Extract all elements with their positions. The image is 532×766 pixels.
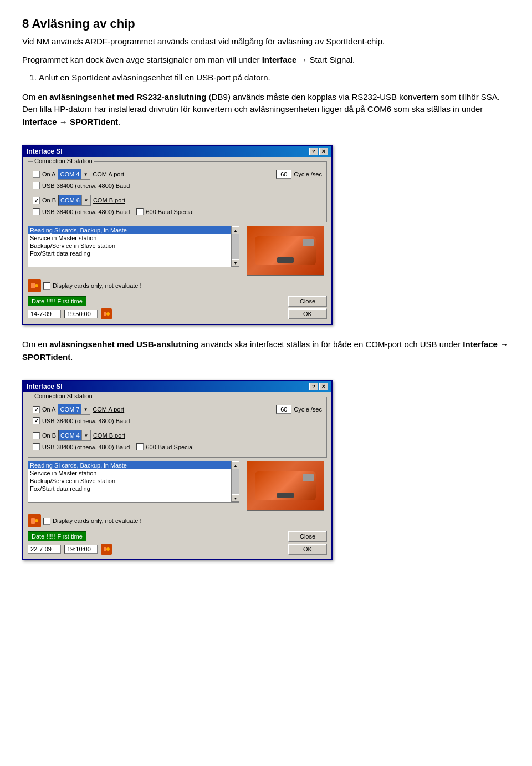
date-value-1[interactable]: 14-7-09 <box>28 310 61 318</box>
dialog-2-titlebar-buttons: ? ✕ <box>309 383 328 390</box>
dialog-2-body: Connection SI station On A COM 7 ▼ COM A… <box>23 392 331 559</box>
label-usb-b-2: USB 38400 (otherw. 4800) Baud <box>42 444 130 450</box>
icon-img-2 <box>28 514 41 527</box>
scroll-down-1[interactable]: ▼ <box>232 259 239 267</box>
cycle-label-1: Cycle /sec <box>294 171 322 177</box>
close-x-button-1[interactable]: ✕ <box>319 148 328 155</box>
listbox-item-1-3[interactable]: Fox/Start data reading <box>28 250 231 257</box>
checkbox-on-a-2[interactable] <box>33 406 40 413</box>
label-com-b-port-1: COM B port <box>93 197 125 204</box>
groupbox-1-inner: On A COM 4 ▼ COM A port 60 Cycle /sec <box>33 169 322 215</box>
dialog-1-right <box>244 226 327 276</box>
listbox-item-2-1[interactable]: Service in Master station <box>28 469 231 477</box>
svg-point-11 <box>106 547 110 551</box>
label-special-b-1: 600 Baud Special <box>146 209 193 215</box>
scrollbar-2[interactable]: ▲ ▼ <box>232 461 239 503</box>
device-image-inner-1 <box>247 226 324 275</box>
datetime-values-row-2: 22-7-09 19:10:00 OK <box>28 544 327 555</box>
checkbox-on-b-1[interactable] <box>33 197 40 204</box>
paragraph-1: Vid NM används ARDF-programmet används e… <box>22 35 510 48</box>
date-bar-1: Date !!!!! First time <box>28 296 86 306</box>
scroll-down-2[interactable]: ▼ <box>232 494 239 502</box>
time-value-2[interactable]: 19:10:00 <box>64 545 98 554</box>
close-x-button-2[interactable]: ✕ <box>319 383 328 390</box>
para4-bold3: SPORTident <box>22 352 70 362</box>
label-com-a-port-1: COM A port <box>93 171 124 177</box>
icon-img-small-2 <box>101 544 112 555</box>
time-value-1[interactable]: 19:50:00 <box>64 310 98 318</box>
groupbox-2-title: Connection SI station <box>33 393 94 399</box>
svg-point-8 <box>35 519 38 522</box>
checkbox-display-2[interactable] <box>43 518 50 525</box>
dialog-1-left: Reading SI cards, Backup, in Maste Servi… <box>28 226 239 276</box>
dropdown-com-a-1-arrow[interactable]: ▼ <box>81 169 90 179</box>
dialog-1-wrapper: Interface SI ? ✕ Connection SI station O… <box>22 145 332 325</box>
label-on-b-2: On B <box>42 432 56 439</box>
label-display-1: Display cards only, not evaluate ! <box>53 282 142 289</box>
para3-arrow2: → <box>59 117 68 126</box>
label-com-b-port-2: COM B port <box>93 432 125 439</box>
checkbox-on-a-1[interactable] <box>33 171 40 178</box>
scroll-up-2[interactable]: ▲ <box>232 461 239 469</box>
label-com-a-port-2: COM A port <box>93 406 124 413</box>
dropdown-com-a-1[interactable]: COM 4 ▼ <box>58 169 90 180</box>
listbox-item-1-1[interactable]: Service in Master station <box>28 234 231 242</box>
ok-button-2[interactable]: OK <box>288 544 327 555</box>
label-on-a-1: On A <box>42 171 55 177</box>
checkbox-usb-b-1[interactable] <box>33 208 40 215</box>
label-on-a-2: On A <box>42 406 55 413</box>
close-button-1[interactable]: Close <box>288 296 327 307</box>
checkbox-on-b-2[interactable] <box>33 432 40 439</box>
checkbox-special-b-1[interactable] <box>136 208 144 215</box>
first-time-label-2: First time <box>58 533 83 540</box>
checkbox-special-b-2[interactable] <box>136 443 144 450</box>
svg-rect-1 <box>31 283 35 288</box>
paragraph-4: Om en avläsningsenhet med USB-anslutning… <box>22 338 510 363</box>
date-value-2[interactable]: 22-7-09 <box>28 545 61 554</box>
interface-si-dialog-2: Interface SI ? ✕ Connection SI station O… <box>22 380 332 560</box>
date-row-1: Date !!!!! First time Close <box>28 296 327 307</box>
listbox-item-2-3[interactable]: Fox/Start data reading <box>28 485 231 493</box>
listbox-1[interactable]: Reading SI cards, Backup, in Maste Servi… <box>28 226 232 267</box>
listbox-2[interactable]: Reading SI cards, Backup, in Maste Servi… <box>28 461 232 503</box>
date-row-2: Date !!!!! First time Close <box>28 531 327 542</box>
dropdown-com-b-2[interactable]: COM 4 ▼ <box>58 430 91 441</box>
para4-bold: avläsningsenhet med USB-anslutning <box>49 339 198 349</box>
listbox-item-1-0[interactable]: Reading SI cards, Backup, in Maste <box>28 226 231 234</box>
label-usb-b-1: USB 38400 (otherw. 4800) Baud <box>42 209 130 215</box>
device-image-2 <box>247 461 324 511</box>
help-button-1[interactable]: ? <box>309 148 318 155</box>
para2-arrow: → <box>299 55 307 64</box>
checkbox-display-1[interactable] <box>43 282 50 290</box>
scrollbar-1[interactable]: ▲ ▼ <box>232 226 239 267</box>
connection-groupbox-1: Connection SI station On A COM 4 ▼ COM A… <box>28 161 327 222</box>
para4-bold2: Interface <box>463 339 498 349</box>
dropdown-com-a-2-arrow[interactable]: ▼ <box>81 404 90 414</box>
dropdown-com-b-2-arrow[interactable]: ▼ <box>81 430 90 440</box>
label-special-b-2: 600 Baud Special <box>146 444 193 450</box>
dropdown-com-b-1-arrow[interactable]: ▼ <box>81 195 90 205</box>
close-button-2[interactable]: Close <box>288 531 327 542</box>
dialog-2-title: Interface SI <box>27 383 63 390</box>
scroll-up-1[interactable]: ▲ <box>232 226 239 234</box>
listbox-item-1-2[interactable]: Backup/Service in Slave station <box>28 242 231 250</box>
dropdown-com-a-1-text: COM 4 <box>58 169 81 179</box>
row-a-usb-1: USB 38400 (otherw. 4800) Baud <box>33 182 322 189</box>
para4-arrow: → <box>500 339 508 349</box>
help-button-2[interactable]: ? <box>309 383 318 390</box>
listbox-item-2-2[interactable]: Backup/Service in Slave station <box>28 477 231 485</box>
checkbox-usb-a-2[interactable] <box>33 417 40 424</box>
device-image-1 <box>247 226 324 276</box>
dialog-2-titlebar: Interface SI ? ✕ <box>23 381 331 392</box>
checkbox-usb-b-2[interactable] <box>33 443 40 450</box>
first-time-label-1: First time <box>58 298 83 305</box>
para4-after: används ska interfacet ställas in för bå… <box>198 339 463 349</box>
dropdown-com-b-1[interactable]: COM 6 ▼ <box>58 195 91 206</box>
dialog-2-right <box>244 461 327 511</box>
ok-button-1[interactable]: OK <box>288 308 327 319</box>
datetime-values-row-1: 14-7-09 19:50:00 OK <box>28 308 327 319</box>
checkbox-usb-a-1[interactable] <box>33 182 40 189</box>
dropdown-com-a-2[interactable]: COM 7 ▼ <box>58 404 90 415</box>
listbox-item-2-0[interactable]: Reading SI cards, Backup, in Maste <box>28 461 231 469</box>
dialog-1-titlebar-buttons: ? ✕ <box>309 148 328 155</box>
